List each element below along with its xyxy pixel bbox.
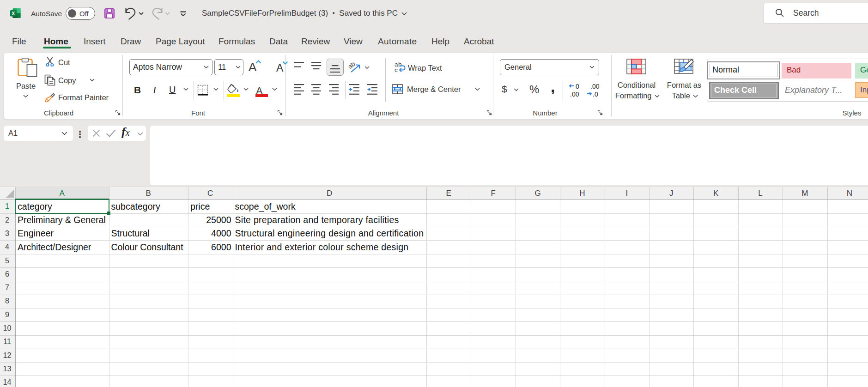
svg-text:X: X xyxy=(12,11,15,16)
svg-text:.00: .00 xyxy=(570,91,579,98)
svg-text:0: 0 xyxy=(576,83,579,90)
svg-text:.0: .0 xyxy=(593,91,598,98)
svg-text:.00: .00 xyxy=(590,83,600,90)
